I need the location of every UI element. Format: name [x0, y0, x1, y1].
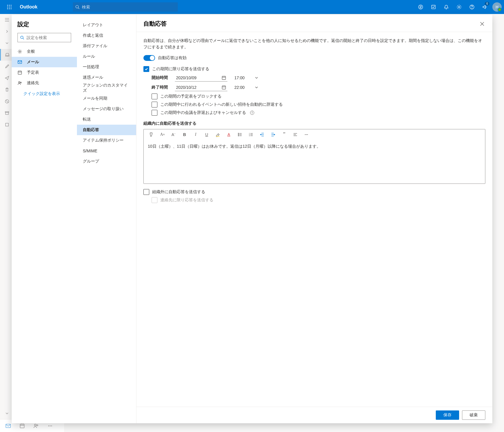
search-icon — [75, 5, 80, 9]
svg-point-8 — [11, 8, 12, 9]
svg-point-15 — [472, 8, 472, 8]
svg-point-4 — [9, 7, 10, 8]
search-input[interactable] — [82, 5, 175, 9]
todo-icon[interactable] — [427, 0, 440, 14]
svg-rect-12 — [432, 5, 435, 9]
megaphone-icon[interactable]: 6 — [478, 0, 491, 14]
svg-point-5 — [11, 7, 12, 8]
notification-badge: 6 — [485, 2, 489, 6]
app-header: Outlook 6 H — [0, 0, 504, 14]
svg-point-9 — [76, 5, 78, 8]
skype-icon[interactable] — [414, 0, 427, 14]
svg-point-13 — [458, 6, 460, 8]
svg-point-2 — [11, 5, 12, 6]
svg-point-0 — [7, 5, 8, 6]
svg-point-3 — [7, 7, 8, 8]
app-launcher-icon[interactable] — [2, 0, 16, 14]
help-icon[interactable] — [466, 0, 478, 14]
svg-line-10 — [78, 8, 80, 9]
svg-point-6 — [7, 8, 8, 9]
avatar[interactable]: H — [492, 2, 502, 12]
notifications-icon[interactable] — [440, 0, 453, 14]
global-search[interactable] — [73, 2, 178, 12]
settings-icon[interactable] — [453, 0, 466, 14]
svg-point-1 — [9, 5, 10, 6]
svg-point-7 — [9, 8, 10, 9]
app-brand[interactable]: Outlook — [16, 4, 41, 10]
